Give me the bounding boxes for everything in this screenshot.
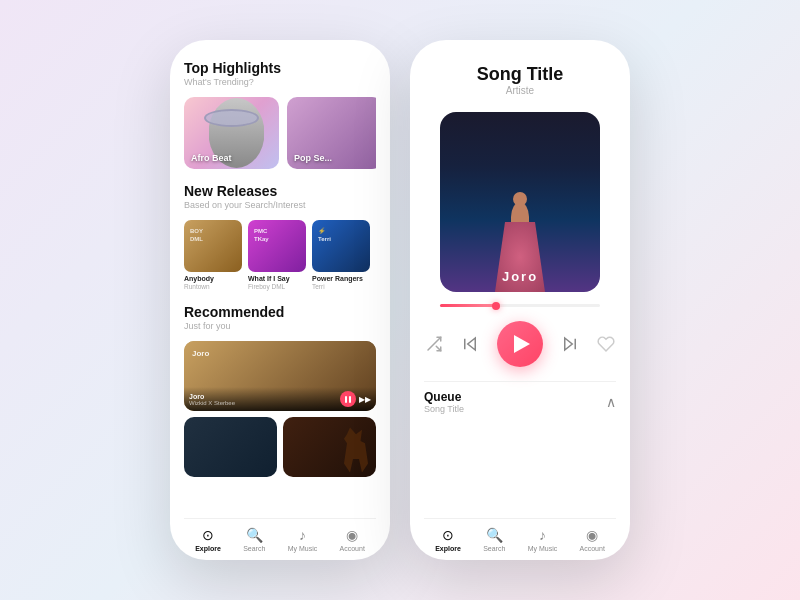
- top-highlights-title: Top Highlights: [184, 60, 376, 76]
- nav-account-right[interactable]: ◉ Account: [580, 527, 605, 552]
- next-button[interactable]: [561, 335, 579, 353]
- rec-card-horse[interactable]: [283, 417, 376, 477]
- explore-label-left: Explore: [195, 545, 221, 552]
- whatif-artist: Fireboy DML: [248, 283, 306, 290]
- top-highlights-section: Top Highlights What's Trending? Afro Bea…: [184, 60, 376, 169]
- release-item-whatif[interactable]: PMCTKay What If I Say Fireboy DML: [248, 220, 306, 290]
- queue-expand-button[interactable]: ∧: [606, 394, 616, 410]
- new-releases-section: New Releases Based on your Search/Intere…: [184, 183, 376, 290]
- nav-search-left[interactable]: 🔍 Search: [243, 527, 265, 552]
- progress-fill: [440, 304, 496, 307]
- search-icon-left: 🔍: [246, 527, 263, 543]
- song-title: Song Title: [477, 64, 564, 85]
- rec-card-joro[interactable]: Joro Joro Wizkid X Sterbee: [184, 341, 376, 411]
- highlights-row: Afro Beat Pop Se...: [184, 97, 376, 169]
- progress-track: [440, 304, 600, 307]
- highlight-card-afrobeat[interactable]: Afro Beat: [184, 97, 279, 169]
- recommended-row-2: [184, 417, 376, 477]
- album-art: Joro: [440, 112, 600, 292]
- now-playing-artist: Wizkid X Sterbee: [189, 400, 340, 406]
- mini-skip-button[interactable]: ▶▶: [359, 395, 371, 404]
- right-bottom-nav: ⊙ Explore 🔍 Search ♪ My Music ◉ Account: [424, 518, 616, 560]
- play-pause-button[interactable]: [497, 321, 543, 367]
- pop-label: Pop Se...: [294, 153, 332, 163]
- recommended-section: Recommended Just for you Joro Joro Wizki…: [184, 304, 376, 510]
- anybody-artist: Runtown: [184, 283, 242, 290]
- now-playing-song: Joro: [189, 393, 340, 400]
- queue-title: Queue: [424, 390, 464, 404]
- nav-search-right[interactable]: 🔍 Search: [483, 527, 505, 552]
- account-icon-right: ◉: [586, 527, 598, 543]
- recommended-row: Joro Joro Wizkid X Sterbee: [184, 341, 376, 411]
- play-icon: [514, 335, 530, 353]
- explore-label-right: Explore: [435, 545, 461, 552]
- account-icon-left: ◉: [346, 527, 358, 543]
- album-art-container: Joro: [440, 112, 600, 292]
- left-phone: Top Highlights What's Trending? Afro Bea…: [170, 40, 390, 560]
- artiste-label: Artiste: [506, 85, 534, 96]
- previous-button[interactable]: [461, 335, 479, 353]
- progress-container[interactable]: [440, 304, 600, 307]
- new-releases-subtitle: Based on your Search/Interest: [184, 200, 376, 210]
- top-highlights-subtitle: What's Trending?: [184, 77, 376, 87]
- explore-icon-right: ⊙: [442, 527, 454, 543]
- search-icon-right: 🔍: [486, 527, 503, 543]
- power-title: Power Rangers: [312, 275, 370, 283]
- rec-card-dark1[interactable]: [184, 417, 277, 477]
- mini-pause-button[interactable]: [340, 391, 356, 407]
- mymusic-icon-right: ♪: [539, 527, 546, 543]
- favorite-button[interactable]: [597, 335, 615, 353]
- search-label-left: Search: [243, 545, 265, 552]
- nav-account-left[interactable]: ◉ Account: [340, 527, 365, 552]
- afrobeat-label: Afro Beat: [191, 153, 232, 163]
- explore-icon-left: ⊙: [202, 527, 214, 543]
- phones-container: Top Highlights What's Trending? Afro Bea…: [170, 40, 630, 560]
- left-bottom-nav: ⊙ Explore 🔍 Search ♪ My Music ◉ Account: [184, 518, 376, 560]
- release-item-power[interactable]: ⚡Terri Power Rangers Terri: [312, 220, 370, 290]
- mymusic-label-left: My Music: [288, 545, 318, 552]
- recommended-subtitle: Just for you: [184, 321, 376, 331]
- anybody-title: Anybody: [184, 275, 242, 283]
- mymusic-icon-left: ♪: [299, 527, 306, 543]
- power-artist: Terri: [312, 283, 370, 290]
- highlight-card-pop[interactable]: Pop Se...: [287, 97, 376, 169]
- release-cover-power: ⚡Terri: [312, 220, 370, 272]
- release-cover-anybody: BOYDML: [184, 220, 242, 272]
- queue-section: Queue Song Title ∧: [424, 381, 616, 518]
- shuffle-button[interactable]: [425, 335, 443, 353]
- now-playing-bar: Joro Wizkid X Sterbee ▶▶: [184, 387, 376, 411]
- search-label-right: Search: [483, 545, 505, 552]
- account-label-right: Account: [580, 545, 605, 552]
- nav-mymusic-left[interactable]: ♪ My Music: [288, 527, 318, 552]
- joro-rec-title: Joro: [192, 349, 368, 358]
- nav-explore-right[interactable]: ⊙ Explore: [435, 527, 461, 552]
- svg-marker-4: [565, 338, 573, 350]
- nav-mymusic-right[interactable]: ♪ My Music: [528, 527, 558, 552]
- mini-controls: ▶▶: [340, 391, 371, 407]
- recommended-title: Recommended: [184, 304, 376, 320]
- joro-album-text: Joro: [502, 269, 538, 284]
- playback-controls: [425, 321, 615, 367]
- releases-row: BOYDML Anybody Runtown PMCTKay What If I…: [184, 220, 376, 290]
- account-label-left: Account: [340, 545, 365, 552]
- queue-subtitle: Song Title: [424, 404, 464, 414]
- new-releases-title: New Releases: [184, 183, 376, 199]
- progress-dot: [492, 302, 500, 310]
- queue-header: Queue Song Title ∧: [424, 390, 616, 414]
- whatif-title: What If I Say: [248, 275, 306, 283]
- mymusic-label-right: My Music: [528, 545, 558, 552]
- horse-silhouette: [341, 427, 371, 472]
- release-cover-whatif: PMCTKay: [248, 220, 306, 272]
- nav-explore-left[interactable]: ⊙ Explore: [195, 527, 221, 552]
- glasses: [204, 109, 259, 127]
- svg-marker-2: [468, 338, 476, 350]
- release-item-anybody[interactable]: BOYDML Anybody Runtown: [184, 220, 242, 290]
- right-phone: Song Title Artiste Joro: [410, 40, 630, 560]
